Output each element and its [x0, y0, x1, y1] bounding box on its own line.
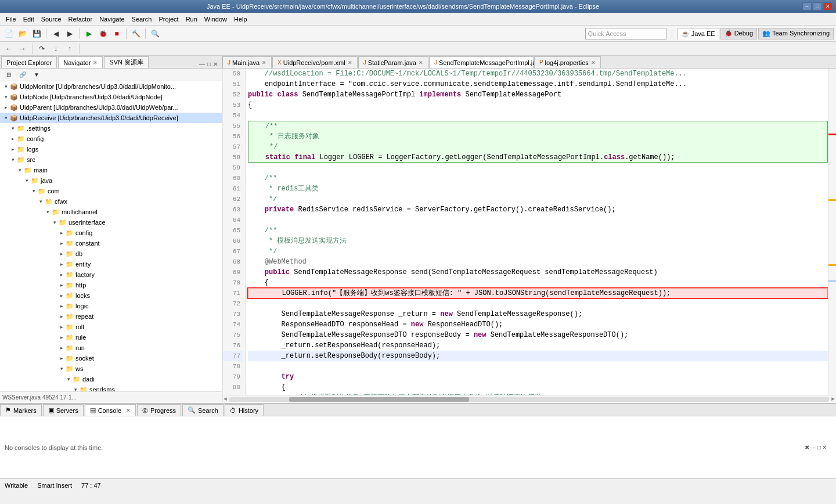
- editor-tab-log4j-properties[interactable]: Plog4j.properties✕: [534, 56, 601, 68]
- bottom-tab-search[interactable]: 🔍Search: [182, 404, 224, 416]
- code-line[interactable]: [248, 298, 828, 309]
- quick-access-input[interactable]: Quick Access: [585, 28, 666, 39]
- tree-item[interactable]: ▾📦UidpMonitor [Uidp/branches/Uidp3.0/dad…: [0, 81, 222, 92]
- menu-project[interactable]: Project: [155, 15, 182, 24]
- panel-minimize-button[interactable]: —: [199, 60, 206, 68]
- expand-icon[interactable]: ▾: [9, 157, 16, 163]
- editor-tab-main-java[interactable]: JMain.java✕: [222, 56, 272, 68]
- tree-item[interactable]: ▾📁.settings: [0, 123, 222, 134]
- expand-icon[interactable]: ▾: [44, 209, 51, 215]
- expand-icon[interactable]: ▸: [58, 303, 65, 309]
- expand-icon[interactable]: ▾: [30, 188, 37, 194]
- code-line[interactable]: @WebMethod: [248, 257, 828, 267]
- code-line[interactable]: ResponseHeadDTO responseHead = new Respo…: [248, 319, 828, 330]
- menu-help[interactable]: Help: [230, 15, 251, 24]
- tree-item[interactable]: ▾📁multichannel: [0, 207, 222, 217]
- tab-project-explorer[interactable]: Project Explorer: [1, 56, 57, 68]
- tab-close-button[interactable]: ✕: [419, 60, 423, 66]
- bottom-tab-history[interactable]: ⏱History: [225, 404, 264, 416]
- step-over-button[interactable]: ↷: [35, 42, 48, 55]
- tree-item[interactable]: ▾📁com: [0, 186, 222, 196]
- step-into-button[interactable]: ↓: [49, 42, 62, 55]
- tree-item[interactable]: ▾📁java: [0, 175, 222, 186]
- expand-icon[interactable]: ▸: [58, 293, 65, 298]
- link-with-editor-button[interactable]: 🔗: [16, 69, 29, 81]
- open-button[interactable]: 📂: [16, 27, 29, 40]
- code-line[interactable]: public SendTemplateMessageResponse send(…: [248, 267, 828, 278]
- expand-icon[interactable]: ▾: [58, 366, 65, 372]
- tree-item[interactable]: ▸📁repeat: [0, 311, 222, 322]
- bottom-tab-close-button[interactable]: ✕: [126, 408, 131, 413]
- menu-edit[interactable]: Edit: [20, 15, 38, 24]
- tree-item[interactable]: ▾📦UidpNode [Uidp/branches/Uidp3.0/dadi/U…: [0, 92, 222, 102]
- code-line[interactable]: LOGGER.info("【服务端】收到ws鉴容接口模板短信: " + JSON…: [248, 288, 828, 298]
- expand-icon[interactable]: ▸: [58, 240, 65, 246]
- bottom-tab-markers[interactable]: ⚑Markers: [0, 404, 42, 416]
- expand-icon[interactable]: ▾: [2, 115, 9, 121]
- scroll-left-btn[interactable]: ◄: [224, 396, 227, 402]
- expand-icon[interactable]: ▸: [2, 105, 9, 110]
- code-line[interactable]: _return.setResponseHead(responseHead);: [248, 340, 828, 351]
- bottom-tab-progress[interactable]: ◎Progress: [137, 404, 181, 416]
- expand-icon[interactable]: ▸: [9, 146, 16, 152]
- code-line[interactable]: [248, 110, 828, 121]
- code-line[interactable]: * 日志服务对象: [248, 131, 828, 142]
- code-line[interactable]: */: [248, 142, 828, 152]
- expand-icon[interactable]: ▾: [23, 178, 30, 183]
- bottom-tab-console[interactable]: ▤Console✕: [85, 404, 136, 416]
- tab-svn[interactable]: SVN 资源库: [104, 56, 149, 68]
- code-line[interactable]: [248, 215, 828, 225]
- code-line[interactable]: //wsdiLocation = File:C:/DOCUME~1/mck/LO…: [248, 69, 828, 79]
- tree-item[interactable]: ▸📁socket: [0, 353, 222, 363]
- tree-item[interactable]: ▾📁main: [0, 165, 222, 175]
- maximize-button[interactable]: □: [813, 2, 822, 10]
- expand-icon[interactable]: ▾: [9, 125, 16, 131]
- tree-item[interactable]: ▾📁dadi: [0, 374, 222, 384]
- code-line[interactable]: {: [248, 100, 828, 110]
- expand-icon[interactable]: ▾: [72, 387, 79, 391]
- search-toolbar-button[interactable]: 🔍: [149, 27, 161, 40]
- code-line[interactable]: * 模板消息发送实现方法: [248, 236, 828, 246]
- code-line[interactable]: */: [248, 246, 828, 257]
- expand-icon[interactable]: ▾: [65, 376, 72, 382]
- save-button[interactable]: 💾: [30, 27, 43, 40]
- tab-close-button[interactable]: ✕: [591, 60, 596, 66]
- expand-icon[interactable]: ▸: [58, 251, 65, 257]
- menu-file[interactable]: File: [2, 15, 20, 24]
- step-out-button[interactable]: ↑: [63, 42, 76, 55]
- collapse-all-button[interactable]: ⊟: [2, 69, 15, 81]
- horizontal-scrollbar[interactable]: ◄ ►: [222, 395, 836, 403]
- tree-item[interactable]: ▸📁config: [0, 228, 222, 238]
- code-line[interactable]: {: [248, 382, 828, 393]
- minimize-button[interactable]: –: [802, 2, 812, 10]
- menu-refactor[interactable]: Refactor: [65, 15, 96, 24]
- editor-tab-staticparam-java[interactable]: JStaticParam.java✕: [358, 56, 428, 68]
- expand-icon[interactable]: ▸: [58, 261, 65, 267]
- tree-menu-button[interactable]: ▼: [30, 69, 43, 81]
- code-line[interactable]: /**: [248, 121, 828, 131]
- console-close-button[interactable]: ✕: [822, 444, 827, 451]
- expand-icon[interactable]: ▾: [16, 167, 23, 173]
- editor-tab-uidpreceive-pom-xml[interactable]: XUidpReceive/pom.xml✕: [272, 56, 358, 68]
- expand-icon[interactable]: ▾: [51, 219, 58, 225]
- code-line[interactable]: */: [248, 194, 828, 204]
- expand-icon[interactable]: ▸: [58, 345, 65, 351]
- expand-icon[interactable]: ▾: [2, 84, 9, 89]
- code-line[interactable]: SendTemplateMessageResponseDTO responseB…: [248, 330, 828, 340]
- code-line[interactable]: try: [248, 372, 828, 382]
- code-line[interactable]: /**: [248, 225, 828, 236]
- editor-tab-sendtemplatemessageportimpl-java[interactable]: JSendTemplateMessagePortImpl.java✕: [429, 56, 534, 68]
- panel-close-button[interactable]: ✕: [212, 60, 218, 68]
- tree-item[interactable]: ▸📁db: [0, 249, 222, 259]
- console-minimize-button[interactable]: —: [810, 444, 816, 451]
- tree-item[interactable]: ▾📁userinterface: [0, 217, 222, 228]
- perspective-debug[interactable]: 🐞 Debug: [720, 28, 757, 39]
- code-line[interactable]: endpointInterface = "com.ccic.service.co…: [248, 79, 828, 89]
- tree-item[interactable]: ▾📦UidpReceive [Uidp/branches/Uidp3.0/dad…: [0, 113, 222, 123]
- tree-item[interactable]: ▸📦UidpParent [Uidp/branches/Uidp3.0/dadi…: [0, 102, 222, 113]
- code-line[interactable]: [248, 361, 828, 372]
- expand-icon[interactable]: ▾: [2, 94, 9, 100]
- code-line[interactable]: _return.setResponseBody(responseBody);: [248, 351, 828, 361]
- scroll-thumb[interactable]: [289, 397, 469, 402]
- build-button[interactable]: 🔨: [129, 27, 142, 40]
